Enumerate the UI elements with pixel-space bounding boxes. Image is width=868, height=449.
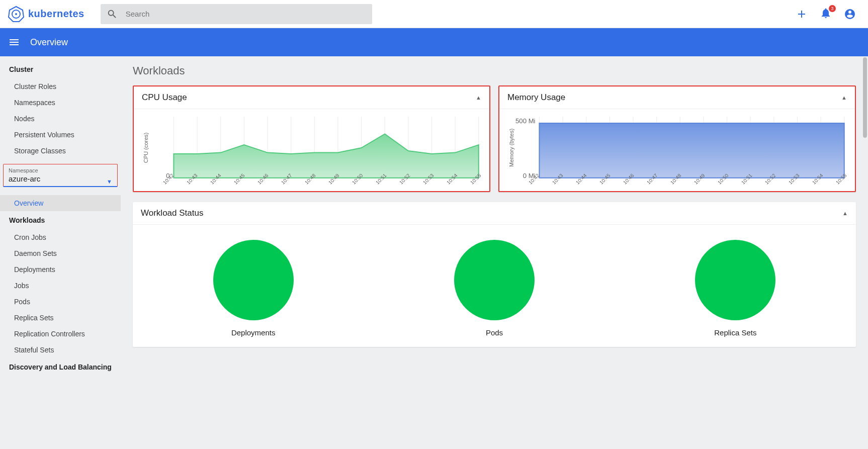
- sidebar-item-pods[interactable]: Pods: [0, 294, 121, 310]
- status-donut-icon: [454, 240, 535, 320]
- notifications-button[interactable]: 3: [820, 7, 832, 21]
- sidebar-item-storage-classes[interactable]: Storage Classes: [0, 143, 121, 159]
- memory-chart: 500 Mi0 Mi: [515, 115, 847, 181]
- status-donut-icon: [213, 240, 294, 320]
- status-donut-icon: [695, 240, 775, 320]
- sidebar-item-namespaces[interactable]: Namespaces: [0, 95, 121, 111]
- collapse-icon[interactable]: ▲: [842, 210, 848, 216]
- brand-logo[interactable]: kubernetes: [8, 6, 84, 22]
- memory-y-axis-label: Memory (bytes): [507, 115, 515, 181]
- sidebar-section-workloads: Workloads: [0, 211, 121, 229]
- status-deployments: Deployments: [213, 240, 294, 337]
- main-content: Workloads CPU Usage ▲ CPU (cores) 0 10:4…: [121, 56, 868, 449]
- workload-status-title: Workload Status: [141, 208, 203, 218]
- sidebar-item-replica-sets[interactable]: Replica Sets: [0, 310, 121, 326]
- scrollbar-thumb[interactable]: [863, 57, 867, 138]
- search-input[interactable]: [126, 10, 366, 18]
- memory-card-title: Memory Usage: [507, 93, 565, 103]
- status-pods: Pods: [454, 240, 535, 337]
- sidebar-item-persistent-volumes[interactable]: Persistent Volumes: [0, 127, 121, 143]
- namespace-value: azure-arc: [9, 173, 112, 185]
- sidebar-item-replication-controllers[interactable]: Replication Controllers: [0, 326, 121, 342]
- top-toolbar: kubernetes 3: [0, 0, 868, 28]
- user-icon[interactable]: [844, 8, 856, 20]
- status-replica-sets: Replica Sets: [695, 240, 775, 337]
- kubernetes-logo-icon: [8, 6, 24, 22]
- sidebar-item-cron-jobs[interactable]: Cron Jobs: [0, 229, 121, 245]
- sidebar-item-overview[interactable]: Overview: [0, 195, 121, 211]
- search-box[interactable]: [101, 4, 372, 24]
- svg-text:500 Mi: 500 Mi: [515, 117, 536, 125]
- status-label: Deployments: [231, 328, 276, 337]
- svg-point-2: [15, 13, 17, 15]
- workload-status-card: Workload Status ▲ DeploymentsPodsReplica…: [133, 202, 856, 347]
- cpu-chart: 0: [150, 115, 481, 181]
- namespace-selector[interactable]: Namespace azure-arc ▼: [3, 164, 118, 187]
- status-label: Replica Sets: [714, 328, 756, 337]
- collapse-icon[interactable]: ▲: [841, 95, 847, 101]
- sidebar-section-discovery: Discovery and Load Balancing: [0, 358, 121, 376]
- main-title: Workloads: [133, 64, 856, 77]
- memory-x-ticks: 10:4210:4310:4410:4510:4610:4710:4810:49…: [507, 182, 847, 187]
- sidebar-item-jobs[interactable]: Jobs: [0, 278, 121, 294]
- create-icon[interactable]: [796, 8, 808, 20]
- memory-usage-card: Memory Usage ▲ Memory (bytes) 500 Mi0 Mi…: [498, 85, 856, 192]
- page-title: Overview: [30, 37, 68, 48]
- hamburger-icon[interactable]: [8, 36, 20, 48]
- sidebar-section-cluster: Cluster: [0, 60, 121, 78]
- cpu-usage-card: CPU Usage ▲ CPU (cores) 0 10:4210:4310:4…: [133, 85, 490, 192]
- notification-badge: 3: [829, 5, 836, 12]
- sidebar-item-deployments[interactable]: Deployments: [0, 261, 121, 278]
- sidebar-item-daemon-sets[interactable]: Daemon Sets: [0, 245, 121, 261]
- sidebar-item-nodes[interactable]: Nodes: [0, 111, 121, 127]
- search-icon: [107, 9, 118, 20]
- collapse-icon[interactable]: ▲: [476, 95, 481, 101]
- sidebar: Cluster Cluster RolesNamespacesNodesPers…: [0, 56, 121, 449]
- cpu-y-axis-label: CPU (cores): [142, 115, 150, 181]
- status-label: Pods: [486, 328, 503, 337]
- namespace-label: Namespace: [9, 167, 112, 173]
- cpu-x-ticks: 10:4210:4310:4410:4510:4610:4710:4810:49…: [142, 182, 481, 187]
- cpu-card-title: CPU Usage: [142, 93, 187, 103]
- sidebar-item-stateful-sets[interactable]: Stateful Sets: [0, 342, 121, 358]
- chevron-down-icon: ▼: [107, 178, 112, 185]
- sidebar-item-cluster-roles[interactable]: Cluster Roles: [0, 78, 121, 95]
- toolbar-actions: 3: [796, 7, 860, 21]
- brand-text: kubernetes: [28, 8, 84, 20]
- page-header: Overview: [0, 28, 868, 56]
